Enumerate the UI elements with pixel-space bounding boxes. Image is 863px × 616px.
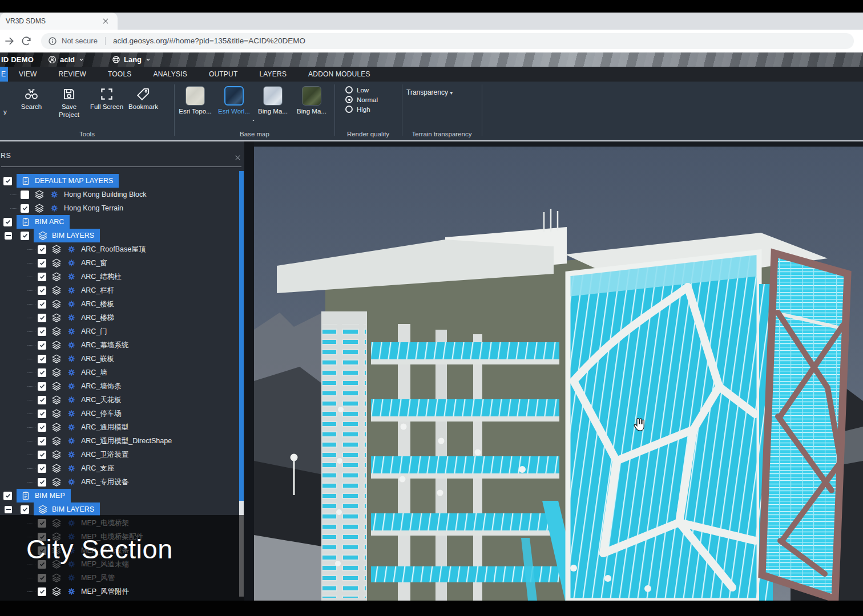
layer-label[interactable]: ARC_支座 bbox=[81, 464, 114, 473]
tree-row-arc-卫浴装置[interactable]: ARC_卫浴装置 bbox=[0, 448, 239, 461]
layer-label[interactable]: ARC_楼梯 bbox=[81, 313, 114, 323]
tree-row-bim-arc[interactable]: BIM ARC bbox=[0, 215, 239, 229]
transparency-dropdown[interactable]: Transparency ▾ bbox=[406, 88, 453, 96]
tree-row-bim-mep[interactable]: BIM MEP bbox=[0, 489, 239, 502]
menu-tab-addon-modules[interactable]: ADDON MODULES bbox=[297, 67, 381, 82]
layer-checkbox[interactable] bbox=[21, 505, 29, 514]
render-quality-radio-normal[interactable]: Normal bbox=[345, 96, 378, 103]
menu-tab-output[interactable]: OUTPUT bbox=[198, 67, 249, 82]
layer-label[interactable]: BIM MEP bbox=[35, 492, 65, 500]
layer-settings-button[interactable] bbox=[67, 409, 76, 418]
selected-node-highlight[interactable]: BIM MEP bbox=[17, 489, 71, 502]
layer-label[interactable]: ARC_停车场 bbox=[81, 409, 122, 419]
menu-tab-view[interactable]: VIEW bbox=[8, 67, 47, 82]
layer-checkbox[interactable] bbox=[38, 451, 46, 459]
tree-row-arc-楼梯[interactable]: ARC_楼梯 bbox=[0, 311, 239, 325]
selected-node-highlight[interactable]: BIM LAYERS bbox=[34, 229, 100, 242]
layer-label[interactable]: ARC_墙饰条 bbox=[81, 382, 122, 391]
layer-checkbox[interactable] bbox=[38, 437, 46, 445]
render-quality-radio-low[interactable]: Low bbox=[345, 86, 369, 94]
layer-settings-button[interactable] bbox=[67, 423, 76, 432]
layer-label[interactable]: ARC_专用设备 bbox=[81, 477, 128, 487]
basemap-thumbnail[interactable] bbox=[185, 86, 205, 106]
browser-tab[interactable]: VR3D SDMS bbox=[0, 13, 118, 30]
panel-scrollbar-thumb[interactable] bbox=[239, 171, 244, 501]
layer-label[interactable]: BIM ARC bbox=[35, 218, 64, 226]
layer-label[interactable]: BIM LAYERS bbox=[52, 232, 94, 240]
tree-row-hong-kong-terrain[interactable]: Hong Kong Terrain bbox=[0, 201, 239, 215]
tab-close-icon[interactable] bbox=[102, 17, 110, 25]
basemap-item-0[interactable]: Esri Topo... bbox=[177, 86, 213, 115]
menu-tab-review[interactable]: REVIEW bbox=[47, 67, 97, 82]
radio-icon[interactable] bbox=[345, 96, 353, 103]
layer-label[interactable]: ARC_天花板 bbox=[81, 395, 122, 405]
basemap-item-3[interactable]: Bing Ma... bbox=[293, 86, 330, 115]
layer-label[interactable]: ARC_墙 bbox=[81, 368, 107, 378]
layer-checkbox[interactable] bbox=[38, 382, 46, 391]
tree-row-hong-kong-building-block[interactable]: Hong Kong Building Block bbox=[0, 188, 239, 201]
layer-checkbox[interactable] bbox=[3, 177, 12, 185]
collapse-toggle-icon[interactable] bbox=[5, 232, 12, 240]
layer-label[interactable]: DEFAULT MAP LAYERS bbox=[35, 177, 113, 185]
layer-label[interactable]: ARC_结构柱 bbox=[81, 272, 122, 282]
basemap-thumbnail[interactable] bbox=[302, 86, 321, 106]
tree-row-arc-门[interactable]: ARC_门 bbox=[0, 325, 239, 338]
tree-row-arc-天花板[interactable]: ARC_天花板 bbox=[0, 393, 239, 407]
menu-tab-tools[interactable]: TOOLS bbox=[97, 67, 142, 82]
layer-checkbox[interactable] bbox=[38, 245, 46, 254]
layer-checkbox[interactable] bbox=[3, 492, 12, 500]
layer-label[interactable]: Hong Kong Building Block bbox=[64, 191, 147, 198]
basemap-expand-caret-icon[interactable] bbox=[249, 118, 257, 123]
layer-checkbox[interactable] bbox=[38, 314, 46, 322]
bookmark-button[interactable]: Bookmark bbox=[126, 85, 161, 128]
render-quality-radio-high[interactable]: High bbox=[345, 106, 370, 113]
basemap-thumbnail[interactable] bbox=[224, 86, 244, 106]
language-menu[interactable]: Lang bbox=[112, 52, 151, 67]
info-icon[interactable] bbox=[48, 37, 57, 46]
basemap-item-1[interactable]: Esri Worl... bbox=[216, 86, 252, 115]
tree-row-arc-墙[interactable]: ARC_墙 bbox=[0, 366, 239, 379]
layer-checkbox[interactable] bbox=[3, 218, 12, 226]
layer-label[interactable]: ARC_RoofBase屋顶 bbox=[81, 245, 146, 254]
layer-settings-button[interactable] bbox=[67, 245, 76, 254]
layer-checkbox[interactable] bbox=[38, 286, 46, 295]
selected-node-highlight[interactable]: DEFAULT MAP LAYERS bbox=[17, 174, 119, 188]
layer-label[interactable]: ARC_栏杆 bbox=[81, 286, 114, 295]
radio-icon[interactable] bbox=[345, 106, 353, 113]
layer-checkbox[interactable] bbox=[38, 327, 46, 336]
tree-row-arc-支座[interactable]: ARC_支座 bbox=[0, 461, 239, 475]
full-screen-button[interactable]: Full Screen bbox=[89, 85, 124, 128]
3d-viewport[interactable] bbox=[254, 141, 863, 601]
collapse-toggle-icon[interactable] bbox=[5, 506, 12, 513]
layer-settings-button[interactable] bbox=[67, 477, 76, 487]
layer-settings-button[interactable] bbox=[67, 258, 76, 268]
tree-row-mep-风管附件[interactable]: MEP_风管附件 bbox=[0, 585, 239, 598]
layer-settings-button[interactable] bbox=[67, 327, 76, 336]
selected-node-highlight[interactable]: BIM ARC bbox=[17, 215, 70, 229]
layer-label[interactable]: ARC_门 bbox=[81, 327, 107, 337]
tree-row-arc-停车场[interactable]: ARC_停车场 bbox=[0, 407, 239, 420]
layer-settings-button[interactable] bbox=[67, 450, 76, 459]
tree-row-arc-结构柱[interactable]: ARC_结构柱 bbox=[0, 270, 239, 283]
radio-icon[interactable] bbox=[345, 86, 353, 94]
tree-row-arc-专用设备[interactable]: ARC_专用设备 bbox=[0, 475, 239, 489]
panel-viewport-divider[interactable] bbox=[244, 141, 254, 601]
layer-checkbox[interactable] bbox=[21, 191, 29, 199]
layer-label[interactable]: BIM LAYERS bbox=[52, 505, 94, 513]
layer-checkbox[interactable] bbox=[38, 368, 46, 377]
layer-settings-button[interactable] bbox=[67, 299, 76, 309]
layer-settings-button[interactable] bbox=[67, 354, 76, 363]
tree-row-arc-roofbase屋顶[interactable]: ARC_RoofBase屋顶 bbox=[0, 242, 239, 256]
tree-row-bim-layers[interactable]: BIM LAYERS bbox=[0, 502, 239, 516]
layer-settings-button[interactable] bbox=[67, 464, 76, 473]
menu-tab-layers[interactable]: LAYERS bbox=[248, 67, 297, 82]
layer-label[interactable]: ARC_卫浴装置 bbox=[81, 450, 128, 460]
layer-label[interactable]: ARC_嵌板 bbox=[81, 354, 114, 364]
layer-settings-button[interactable] bbox=[67, 368, 76, 377]
layer-label[interactable]: MEP_风管附件 bbox=[81, 587, 129, 597]
layer-label[interactable]: ARC_窗 bbox=[81, 258, 107, 268]
save-project-button[interactable]: Save Project bbox=[51, 85, 87, 128]
layer-settings-button[interactable] bbox=[50, 190, 59, 199]
layer-checkbox[interactable] bbox=[38, 300, 46, 309]
url-bar[interactable]: Not secure acid.geosys.org/#/home?pid=13… bbox=[41, 33, 854, 49]
